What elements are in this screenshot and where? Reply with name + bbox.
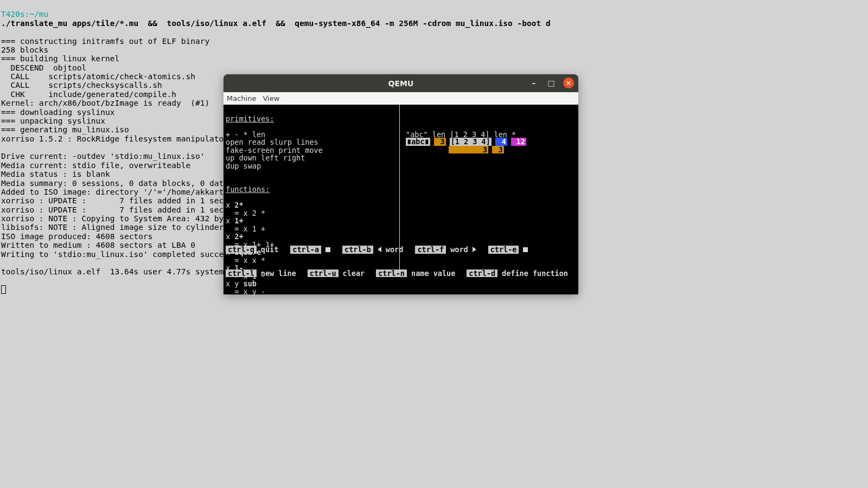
stack-cell: 4 — [495, 138, 507, 146]
window-titlebar[interactable]: QEMU – □ ✕ — [224, 74, 578, 92]
close-button[interactable]: ✕ — [563, 78, 574, 88]
keybinding: ctrl-fword — [415, 246, 476, 254]
keybinding: ctrl-bword — [342, 246, 403, 254]
minimize-button[interactable]: – — [528, 78, 539, 88]
key-label: ctrl-n — [376, 269, 407, 278]
key-label: ctrl-d — [467, 269, 497, 278]
emulator-screen[interactable]: primitives: + - * len open read slurp li… — [224, 105, 578, 294]
primitives-header: primitives: — [226, 114, 274, 123]
keybinding: ctrl-lnew line — [226, 269, 296, 278]
window-title: QEMU — [388, 79, 414, 88]
keybinding: ctrl-e — [488, 246, 528, 254]
key-label: ctrl-e — [488, 246, 519, 254]
stack-display: ∎abc∎3[1 2 3 4]412 33 — [406, 138, 526, 153]
menubar: Machine View — [224, 92, 578, 105]
shell-prompt: T420s:~/mu — [1, 10, 48, 18]
expression-line: "abc" len [1 2 3 4] len * — [406, 131, 576, 139]
keybinding: ctrl-qquit — [226, 246, 278, 254]
stack-cell — [433, 146, 445, 154]
qemu-window: QEMU – □ ✕ Machine View primitives: + - … — [224, 74, 578, 294]
terminal-cursor — [1, 285, 6, 294]
stack-cell — [508, 146, 523, 154]
maximize-button[interactable]: □ — [546, 78, 557, 88]
stack-cell: 12 — [511, 138, 526, 146]
arrow-right-icon — [473, 247, 476, 252]
stack-cell: 3 — [434, 138, 446, 146]
stack-cell — [406, 146, 429, 154]
stack-cell: [1 2 3 4] — [450, 138, 492, 146]
key-label: ctrl-u — [308, 269, 339, 278]
keybinding: ctrl-a — [290, 246, 330, 254]
keybinding-label: new line — [261, 269, 296, 278]
keybinding: ctrl-uclear — [308, 269, 365, 278]
stack-row: ∎abc∎3[1 2 3 4]412 — [406, 138, 526, 146]
primitives-list: + - * len open read slurp lines fake-scr… — [226, 130, 323, 170]
key-label: ctrl-b — [342, 246, 373, 254]
menu-view[interactable]: View — [263, 94, 279, 102]
stack-row: 33 — [406, 146, 526, 154]
window-controls: – □ ✕ — [528, 78, 574, 88]
keybinding-footer: ctrl-qquitctrl-actrl-bwordctrl-fwordctrl… — [226, 230, 576, 293]
arrow-left-icon — [378, 247, 381, 252]
keybinding: ctrl-ddefine function — [467, 269, 568, 278]
keybinding-label: word — [386, 246, 404, 254]
key-label: ctrl-l — [226, 269, 257, 278]
footer-row: ctrl-lnew linectrl-uclearctrl-nname valu… — [226, 269, 576, 278]
functions-header: functions: — [226, 185, 270, 194]
terminal-output: === constructing initramfs out of ELF bi… — [1, 37, 238, 277]
keybinding: ctrl-nname value — [376, 269, 455, 278]
keybinding-label: name value — [411, 269, 455, 278]
keybinding-label: quit — [261, 246, 279, 254]
stack-cell: 3 — [449, 146, 488, 154]
stack-cell: 3 — [492, 146, 504, 154]
key-label: ctrl-q — [226, 246, 257, 254]
key-label: ctrl-a — [290, 246, 321, 254]
menu-machine[interactable]: Machine — [227, 94, 256, 102]
keybinding-label: clear — [343, 269, 365, 278]
key-label: ctrl-f — [415, 246, 446, 254]
shell-command: ./translate_mu apps/tile/*.mu && tools/i… — [1, 19, 551, 28]
keybinding-label: define function — [502, 269, 568, 278]
stack-cell: ∎abc∎ — [406, 138, 430, 146]
keybinding-label: word — [450, 246, 468, 254]
footer-row: ctrl-qquitctrl-actrl-bwordctrl-fwordctrl… — [226, 246, 576, 254]
